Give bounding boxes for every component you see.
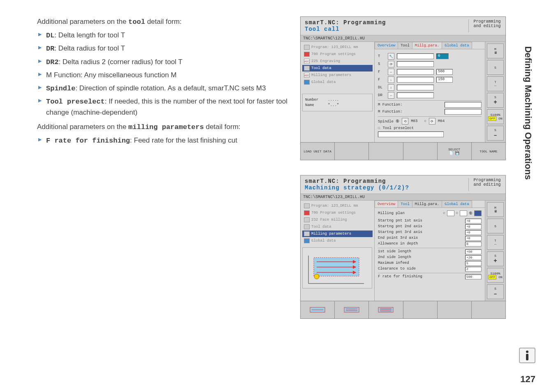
- tree2-program[interactable]: Program: 123_DRILL mm: [302, 203, 373, 209]
- tree2-tooldata[interactable]: Tool data: [302, 224, 373, 230]
- intro1: Additional parameters on the tool detail…: [37, 16, 292, 28]
- m04-icon[interactable]: ⟳: [429, 118, 436, 125]
- sk2-4[interactable]: [403, 301, 438, 318]
- sk2-2[interactable]: [335, 301, 369, 318]
- dl-input[interactable]: [397, 85, 434, 90]
- sk-select[interactable]: SELECT📄 💾: [438, 143, 472, 160]
- t-input[interactable]: [397, 53, 434, 59]
- m03-icon[interactable]: ⟲: [402, 118, 408, 125]
- sk2-5[interactable]: [438, 301, 472, 318]
- p5-in[interactable]: 0: [465, 242, 482, 247]
- sk-blank1[interactable]: [335, 143, 369, 160]
- shot1-title: smarT.NC: Programming: [305, 19, 386, 26]
- toolpre-input[interactable]: [378, 131, 444, 137]
- item-dl: DL: Delta length for tool T: [37, 30, 292, 41]
- tab2-overview[interactable]: Overview: [375, 201, 398, 208]
- bullet-list-tool: DL: Delta length for tool T DR: Delta ra…: [37, 30, 292, 118]
- shot1-filebar: TNC:\SMARTNC\123_DRILL.HU: [301, 35, 505, 42]
- millplan-opt1[interactable]: [447, 210, 454, 216]
- monitor-icon: 🖥: [494, 51, 497, 55]
- p7-in[interactable]: +20: [465, 255, 482, 260]
- speed-icon: ⟳: [388, 61, 394, 67]
- sk-blank3[interactable]: [403, 143, 438, 160]
- p2-in[interactable]: +0: [465, 224, 482, 229]
- tab2-global[interactable]: Global data: [442, 201, 472, 208]
- tree-settings[interactable]: 700 Program settings: [302, 51, 373, 58]
- p4-in[interactable]: +0: [465, 236, 482, 241]
- monitor-icon: 🖥: [494, 210, 497, 213]
- spindle-row: Spindle ⦿ ⟲M03 ○ ⟳M04: [378, 118, 482, 125]
- side-t[interactable]: T↔: [487, 76, 504, 91]
- tab-tool[interactable]: Tool: [398, 42, 412, 49]
- f1-val[interactable]: 500: [436, 69, 453, 75]
- tree2-global[interactable]: Global data: [302, 238, 373, 244]
- p8-in[interactable]: 5: [465, 261, 482, 266]
- item-mfunc: M Function: Any miscellaneous function M: [37, 70, 292, 81]
- dr-icon: ↔: [388, 92, 394, 99]
- side2-m[interactable]: M🖥: [487, 202, 504, 217]
- s-input[interactable]: [397, 61, 434, 67]
- p6-in[interactable]: +60: [465, 249, 482, 254]
- sk-load[interactable]: LOAD UNIT DATA: [301, 143, 335, 160]
- sk2-6[interactable]: [472, 301, 505, 318]
- item-dr: DR: Delta radius for tool T: [37, 43, 292, 54]
- side2-s100[interactable]: S100%OFF ON: [487, 268, 504, 283]
- side2-plus[interactable]: S+: [487, 251, 504, 266]
- f2-input[interactable]: [397, 77, 434, 83]
- shot2-preview: [302, 247, 372, 288]
- side2-t[interactable]: T↔: [487, 235, 504, 250]
- mf2-input[interactable]: [445, 109, 482, 115]
- shot1-tabs: Overview Tool Millg.para. Global data: [375, 42, 485, 49]
- sk2-3[interactable]: [369, 301, 403, 318]
- tree2-settings[interactable]: 700 Program settings: [302, 210, 373, 216]
- tree-global[interactable]: Global data: [302, 79, 373, 85]
- p3-in[interactable]: +0: [465, 230, 482, 235]
- side2-s[interactable]: S: [487, 219, 504, 233]
- svg-point-4: [314, 274, 319, 279]
- tree2-millparams[interactable]: Milling parameters: [302, 231, 373, 237]
- dl-icon: ↕: [388, 84, 394, 91]
- item-spindle: Spindle: Direction of spindle rotation. …: [37, 83, 292, 94]
- sk-toolname[interactable]: TOOL NAME: [472, 143, 505, 160]
- f1-input[interactable]: [397, 69, 434, 75]
- f2-val[interactable]: 150: [436, 77, 453, 83]
- shot1-mode: Programming and editing: [468, 19, 501, 32]
- side-m[interactable]: M🖥: [487, 44, 504, 58]
- page-number: 127: [520, 374, 535, 385]
- screenshot-machining-strategy: smarT.NC: Programming Machining strategy…: [300, 175, 506, 319]
- item-frate: F rate for finishing: Feed rate for the …: [37, 135, 292, 146]
- millplan-opt2[interactable]: [460, 210, 467, 216]
- feed2-icon: ↓: [388, 76, 394, 83]
- shot2-subtitle: Machining strategy (0/1/2)?: [305, 184, 409, 191]
- t-idx[interactable]: 0: [436, 53, 449, 59]
- sk2-1[interactable]: [301, 301, 335, 318]
- svg-rect-9: [344, 307, 359, 312]
- tab2-millpara[interactable]: Millg.para.: [412, 201, 442, 208]
- sk-blank2[interactable]: [369, 143, 403, 160]
- side-minus[interactable]: S–: [487, 126, 504, 141]
- tree-engraving[interactable]: ABC225 Engraving: [302, 58, 373, 65]
- side-plus[interactable]: S+: [487, 93, 504, 108]
- tab-global[interactable]: Global data: [442, 42, 472, 49]
- tab-overview[interactable]: Overview: [375, 42, 398, 49]
- tree-millparams[interactable]: ABCMilling parameters: [302, 72, 373, 78]
- side-s[interactable]: S: [487, 60, 504, 75]
- tab-millpara[interactable]: Millg.para.: [412, 42, 442, 49]
- section-tab: Defining Machining Operations: [521, 25, 535, 201]
- tree-tooldata[interactable]: Tool data: [302, 65, 373, 71]
- mf1-input[interactable]: [445, 102, 482, 108]
- p10-in[interactable]: 500: [465, 274, 482, 279]
- feed1-icon: ↔: [388, 69, 394, 75]
- side2-minus[interactable]: S–: [487, 284, 504, 299]
- intro2: Additional parameters on the milling par…: [37, 122, 292, 133]
- dr-input[interactable]: [397, 92, 434, 98]
- tree2-facemill[interactable]: 232 Face milling: [302, 217, 373, 223]
- side-s100[interactable]: S100%OFF ON: [487, 109, 504, 124]
- shot1-subtitle: Tool call: [305, 26, 386, 32]
- millplan-opt3[interactable]: [474, 210, 482, 216]
- shot2-title: smarT.NC: Programming: [305, 178, 409, 184]
- p1-in[interactable]: +0: [465, 219, 482, 224]
- tree-program[interactable]: Program: 123_DRILL mm: [302, 44, 373, 51]
- tab2-tool[interactable]: Tool: [398, 201, 412, 208]
- p9-in[interactable]: 2: [465, 267, 482, 272]
